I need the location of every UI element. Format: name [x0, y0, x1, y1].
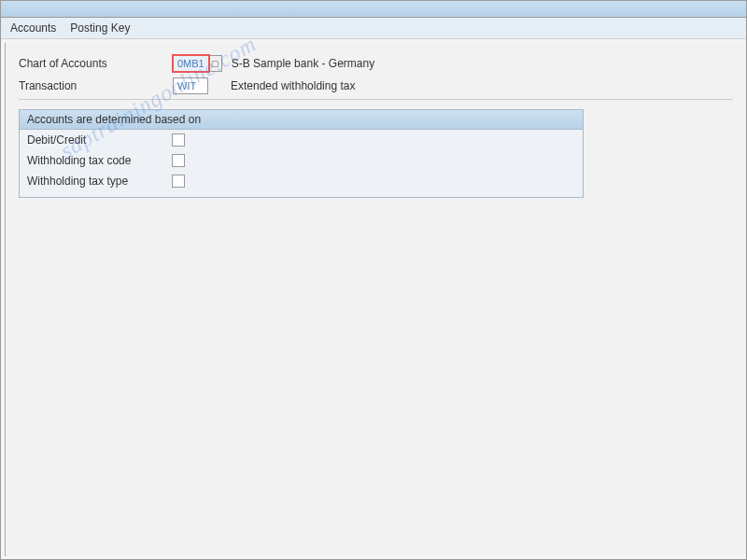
withholding-tax-code-checkbox[interactable] [172, 154, 185, 167]
content-area: Chart of Accounts 0MB1 ▢ S-B Sample bank… [5, 43, 746, 556]
withholding-tax-type-row: Withholding tax type [20, 171, 583, 191]
chart-of-accounts-input[interactable]: 0MB1 [173, 55, 209, 72]
menu-posting-key[interactable]: Posting Key [70, 21, 130, 35]
debit-credit-label: Debit/Credit [27, 133, 172, 147]
chart-of-accounts-f4-button[interactable]: ▢ [209, 55, 222, 72]
chart-of-accounts-description: S-B Sample bank - Germany [232, 57, 374, 70]
withholding-tax-type-label: Withholding tax type [27, 175, 172, 188]
search-icon: ▢ [211, 59, 219, 68]
chart-of-accounts-row: Chart of Accounts 0MB1 ▢ S-B Sample bank… [19, 52, 733, 75]
separator [19, 99, 733, 100]
menu-bar: Accounts Posting Key [1, 18, 746, 39]
withholding-tax-code-label: Withholding tax code [27, 154, 172, 167]
debit-credit-row: Debit/Credit [20, 130, 583, 150]
transaction-row: Transaction WIT Extended withholding tax [19, 75, 733, 97]
accounts-determined-group: Accounts are determined based on Debit/C… [19, 109, 584, 198]
chart-of-accounts-label: Chart of Accounts [19, 57, 173, 70]
title-bar [1, 1, 746, 18]
group-header: Accounts are determined based on [20, 110, 583, 130]
transaction-input[interactable]: WIT [173, 77, 208, 94]
debit-credit-checkbox[interactable] [172, 133, 185, 147]
withholding-tax-type-checkbox[interactable] [172, 175, 185, 188]
transaction-description: Extended withholding tax [231, 79, 355, 92]
withholding-tax-code-row: Withholding tax code [20, 150, 583, 171]
menu-accounts[interactable]: Accounts [10, 21, 56, 35]
transaction-label: Transaction [19, 79, 173, 92]
